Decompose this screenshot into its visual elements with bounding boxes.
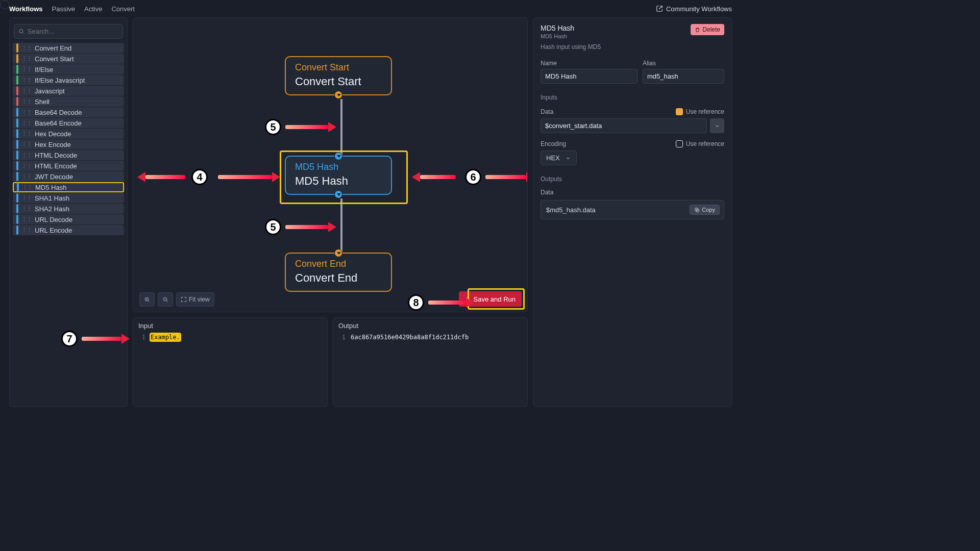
nodelist-item[interactable]: ⋮⋮HTML Decode — [13, 150, 124, 160]
grip-icon: ⋮⋮ — [21, 195, 32, 202]
nodelist-item-label: JWT Decode — [35, 173, 73, 181]
checkbox-icon — [676, 108, 683, 115]
annot-number: 4 — [191, 169, 208, 185]
save-and-run-label: Save and Run — [474, 295, 516, 303]
alias-field[interactable] — [643, 69, 724, 84]
nodelist-item[interactable]: ⋮⋮HTML Encode — [13, 161, 124, 171]
node-title: Convert End — [295, 259, 382, 269]
use-reference-label: Use reference — [686, 108, 724, 115]
topbar: Workflows Passive Active Convert Communi… — [0, 0, 741, 17]
grip-icon: ⋮⋮ — [21, 56, 32, 62]
encoding-select[interactable]: HEX — [541, 151, 577, 165]
node-list: ⋮⋮Convert End⋮⋮Convert Start⋮⋮If/Else⋮⋮I… — [13, 43, 124, 235]
color-bar — [16, 65, 18, 74]
inspector-description: Hash input using MD5 — [541, 43, 724, 51]
inputs-section-label: Inputs — [541, 94, 724, 101]
nodelist-item[interactable]: ⋮⋮SHA1 Hash — [13, 193, 124, 203]
color-bar — [16, 226, 18, 235]
node-convert-end[interactable]: Convert End Convert End — [285, 253, 392, 292]
color-bar — [16, 172, 18, 181]
search-input-wrap[interactable] — [14, 24, 123, 39]
color-bar — [16, 108, 18, 117]
encoding-value: HEX — [546, 154, 560, 162]
nodelist-item-label: If/Else Javascript — [35, 77, 85, 84]
nodelist-item[interactable]: ⋮⋮If/Else Javascript — [13, 75, 124, 85]
name-field[interactable] — [541, 69, 638, 84]
node-name: MD5 Hash — [295, 174, 382, 188]
tab-active[interactable]: Active — [84, 5, 102, 13]
grip-icon: ⋮⋮ — [21, 120, 32, 127]
port-out-icon[interactable] — [334, 91, 342, 99]
tab-workflows[interactable]: Workflows — [9, 5, 43, 13]
nodelist-item-label: URL Encode — [35, 227, 72, 234]
nodelist-item-label: MD5 Hash — [35, 184, 66, 191]
grip-icon: ⋮⋮ — [21, 77, 32, 84]
grip-icon: ⋮⋮ — [21, 152, 32, 159]
annot-number: 5 — [265, 219, 281, 235]
port-out-icon[interactable] — [334, 190, 342, 198]
color-bar — [16, 215, 18, 224]
output-text: 6ac867a9516e0429ba8a8f1dc211dcfb — [351, 334, 469, 341]
nodelist-item[interactable]: ⋮⋮Shell — [13, 96, 124, 107]
alias-label: Alias — [643, 60, 724, 67]
nodelist-item[interactable]: ⋮⋮URL Encode — [13, 225, 124, 235]
nodelist-item[interactable]: ⋮⋮JWT Decode — [13, 171, 124, 182]
zoom-in-button[interactable] — [139, 292, 155, 307]
color-bar — [16, 129, 18, 138]
delete-button[interactable]: Delete — [691, 24, 724, 35]
use-reference-toggle-data[interactable]: Use reference — [676, 108, 724, 115]
use-reference-toggle-encoding[interactable]: Use reference — [676, 140, 724, 147]
nodelist-item[interactable]: ⋮⋮Convert End — [13, 43, 124, 53]
port-in-icon[interactable] — [334, 249, 342, 257]
node-md5-hash[interactable]: MD5 Hash MD5 Hash — [285, 156, 392, 195]
copy-label: Copy — [702, 207, 715, 213]
nodelist-item[interactable]: ⋮⋮Convert Start — [13, 54, 124, 64]
grip-icon: ⋮⋮ — [21, 216, 32, 223]
tab-convert[interactable]: Convert — [111, 5, 135, 13]
community-workflows-link[interactable]: Community Workflows — [656, 5, 732, 13]
output-data-label: Data — [541, 189, 724, 196]
nodelist-item[interactable]: ⋮⋮Base64 Decode — [13, 107, 124, 117]
grip-icon: ⋮⋮ — [21, 45, 32, 52]
fit-view-button[interactable]: Fit view — [176, 292, 214, 307]
zoom-out-button[interactable] — [158, 292, 173, 307]
nodelist-item[interactable]: ⋮⋮URL Decode — [13, 214, 124, 224]
nodelist-item-label: Base64 Decode — [35, 109, 82, 116]
color-bar — [16, 97, 18, 106]
input-editor[interactable]: 1Example. — [133, 334, 327, 407]
copy-button[interactable]: Copy — [690, 205, 720, 215]
nodelist-item[interactable]: ⋮⋮If/Else — [13, 64, 124, 74]
nodelist-item[interactable]: ⋮⋮SHA2 Hash — [13, 204, 124, 214]
svg-point-0 — [19, 30, 23, 33]
collapse-sidebar-icon[interactable] — [0, 0, 9, 9]
nodelist-item-label: Base64 Encode — [35, 119, 82, 127]
annot-number: 7 — [61, 331, 78, 347]
search-input[interactable] — [28, 28, 118, 35]
node-name: Convert Start — [295, 75, 382, 88]
nodelist-item[interactable]: ⋮⋮Hex Decode — [13, 129, 124, 139]
canvas[interactable]: Convert Start Convert Start MD5 Hash MD5… — [133, 17, 528, 312]
trash-icon — [695, 27, 700, 33]
tab-passive[interactable]: Passive — [52, 5, 76, 13]
nodelist-item[interactable]: ⋮⋮Javascript — [13, 86, 124, 96]
output-label: Output — [333, 318, 527, 334]
fit-view-icon — [181, 296, 187, 303]
color-bar — [17, 183, 19, 191]
chevron-down-icon — [565, 155, 571, 161]
copy-icon — [694, 207, 700, 213]
node-convert-start[interactable]: Convert Start Convert Start — [285, 56, 392, 95]
data-reference-dropdown[interactable] — [710, 118, 724, 133]
nodelist-item-label: SHA1 Hash — [35, 194, 69, 202]
grip-icon: ⋮⋮ — [22, 184, 32, 191]
input-label: Input — [133, 318, 327, 334]
grip-icon: ⋮⋮ — [21, 163, 32, 169]
grip-icon: ⋮⋮ — [21, 206, 32, 212]
nodelist-item[interactable]: ⋮⋮Base64 Encode — [13, 118, 124, 128]
nodelist-item[interactable]: ⋮⋮Hex Encode — [13, 139, 124, 149]
input-panel: Input 1Example. — [133, 317, 328, 407]
data-reference-field[interactable] — [541, 118, 707, 133]
port-in-icon[interactable] — [334, 152, 342, 160]
grip-icon: ⋮⋮ — [21, 88, 32, 94]
nodelist-item[interactable]: ⋮⋮MD5 Hash — [13, 182, 124, 192]
data-label: Data — [541, 108, 553, 115]
